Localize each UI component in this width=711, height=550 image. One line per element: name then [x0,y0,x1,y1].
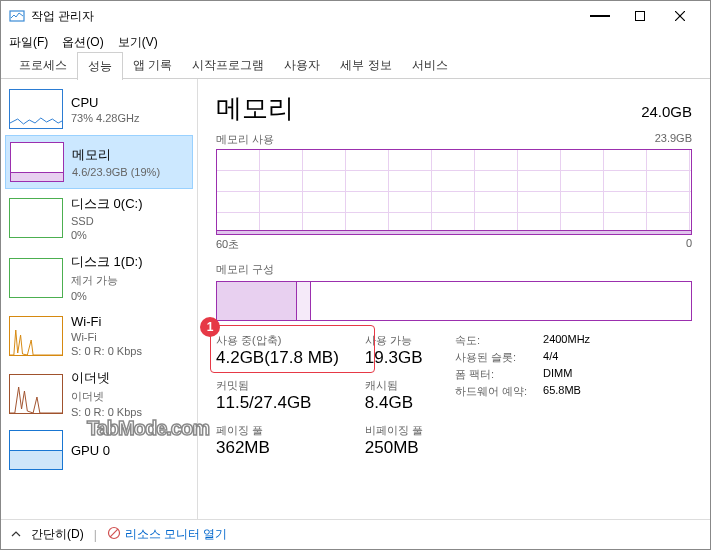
in-use-label: 사용 중(압축) [216,333,339,348]
annotation-badge: 1 [200,317,220,337]
sidebar-cpu-title: CPU [71,95,139,110]
slots-value: 4/4 [543,350,590,365]
minimize-button[interactable] [590,6,610,26]
x-right: 0 [686,237,692,252]
composition-bar[interactable] [216,281,692,321]
menubar: 파일(F) 옵션(O) 보기(V) [1,31,710,53]
separator: | [94,528,97,542]
footer: 간단히(D) | 리소스 모니터 열기 [1,519,710,549]
close-button[interactable] [670,6,690,26]
menu-options[interactable]: 옵션(O) [62,34,103,51]
sidebar-memory-sub: 4.6/23.9GB (19%) [72,166,160,178]
committed-label: 커밋됨 [216,378,339,393]
cached-label: 캐시됨 [365,378,423,393]
slots-label: 사용된 슬롯: [455,350,527,365]
sidebar-disk0-sub2: 0% [71,229,143,241]
sidebar-item-ethernet[interactable]: 이더넷 이더넷 S: 0 R: 0 Kbps [5,363,193,424]
summary-toggle[interactable]: 간단히(D) [31,526,84,543]
sidebar-wifi-sub: Wi-Fi [71,331,142,343]
resource-monitor-link[interactable]: 리소스 모니터 열기 [107,526,228,543]
sidebar-item-gpu[interactable]: GPU 0 [5,424,193,476]
x-left: 60초 [216,237,239,252]
paged-label: 페이징 풀 [216,423,339,438]
disk-thumb-icon [9,258,63,298]
composition-in-use [217,282,297,320]
sidebar-disk0-sub: SSD [71,215,143,227]
speed-value: 2400MHz [543,333,590,348]
wifi-thumb-icon [9,316,63,356]
sidebar-wifi-sub2: S: 0 R: 0 Kbps [71,345,142,357]
main-title: 메모리 [216,91,294,126]
titlebar[interactable]: 작업 관리자 [1,1,710,31]
tab-app-history[interactable]: 앱 기록 [123,52,182,79]
disk-thumb-icon [9,198,63,238]
composition-modified [297,282,311,320]
sidebar: CPU 73% 4.28GHz 메모리 4.6/23.9GB (19%) 디스크… [1,79,197,519]
svg-line-6 [110,529,118,537]
sidebar-eth-title: 이더넷 [71,369,142,387]
window-title: 작업 관리자 [31,8,590,25]
tab-services[interactable]: 서비스 [402,52,458,79]
available-value: 19.3GB [365,348,423,368]
maximize-button[interactable] [630,6,650,26]
sidebar-eth-sub2: S: 0 R: 0 Kbps [71,406,142,418]
sidebar-disk0-title: 디스크 0(C:) [71,195,143,213]
speed-label: 속도: [455,333,527,348]
menu-view[interactable]: 보기(V) [118,34,158,51]
memory-composition: 메모리 구성 [216,262,692,321]
chart-area[interactable] [216,149,692,235]
sidebar-disk1-sub2: 0% [71,290,143,302]
resource-monitor-icon [107,526,121,543]
sidebar-item-wifi[interactable]: Wi-Fi Wi-Fi S: 0 R: 0 Kbps [5,308,193,363]
nonpaged-value: 250MB [365,438,423,458]
cached-value: 8.4GB [365,393,423,413]
menu-file[interactable]: 파일(F) [9,34,48,51]
in-use-value: 4.2GB(17.8 MB) [216,348,339,368]
chevron-up-icon[interactable] [11,529,21,541]
sidebar-memory-title: 메모리 [72,146,160,164]
app-icon [9,8,25,24]
sidebar-wifi-title: Wi-Fi [71,314,142,329]
tab-details[interactable]: 세부 정보 [330,52,401,79]
sidebar-item-disk1[interactable]: 디스크 1(D:) 제거 가능 0% [5,247,193,308]
tab-processes[interactable]: 프로세스 [9,52,77,79]
chart-label: 메모리 사용 [216,132,274,147]
ethernet-thumb-icon [9,374,63,414]
tab-performance[interactable]: 성능 [77,52,123,80]
cpu-thumb-icon [9,89,63,129]
sidebar-gpu-title: GPU 0 [71,443,110,458]
nonpaged-label: 비페이징 풀 [365,423,423,438]
sidebar-item-cpu[interactable]: CPU 73% 4.28GHz [5,83,193,135]
main-total: 24.0GB [641,103,692,120]
sidebar-item-memory[interactable]: 메모리 4.6/23.9GB (19%) [5,135,193,189]
sidebar-eth-sub: 이더넷 [71,389,142,404]
resource-monitor-label: 리소스 모니터 열기 [125,526,228,543]
task-manager-window: 작업 관리자 파일(F) 옵션(O) 보기(V) 프로세스 성능 앱 기록 시작… [0,0,711,550]
sidebar-disk1-sub: 제거 가능 [71,273,143,288]
sidebar-cpu-sub: 73% 4.28GHz [71,112,139,124]
hw-value: 65.8MB [543,384,590,399]
composition-label: 메모리 구성 [216,262,692,277]
committed-value: 11.5/27.4GB [216,393,339,413]
gpu-thumb-icon [9,430,63,470]
form-value: DIMM [543,367,590,382]
sidebar-disk1-title: 디스크 1(D:) [71,253,143,271]
memory-thumb-icon [10,142,64,182]
hw-label: 하드웨어 예약: [455,384,527,399]
chart-max: 23.9GB [655,132,692,147]
svg-rect-2 [636,12,645,21]
paged-value: 362MB [216,438,339,458]
stats-grid: 1 사용 중(압축) 4.2GB(17.8 MB) 커밋됨 11.5/27.4G… [216,333,692,458]
available-label: 사용 가능 [365,333,423,348]
sidebar-item-disk0[interactable]: 디스크 0(C:) SSD 0% [5,189,193,247]
tabbar: 프로세스 성능 앱 기록 시작프로그램 사용자 세부 정보 서비스 [1,53,710,79]
tab-startup[interactable]: 시작프로그램 [182,52,274,79]
tab-users[interactable]: 사용자 [274,52,330,79]
form-label: 폼 팩터: [455,367,527,382]
main-panel: 메모리 24.0GB 메모리 사용 23.9GB 60초 0 메모리 구성 [197,79,710,519]
memory-properties: 속도: 2400MHz 사용된 슬롯: 4/4 폼 팩터: DIMM 하드웨어 … [455,333,590,399]
memory-usage-chart: 메모리 사용 23.9GB 60초 0 [216,132,692,252]
